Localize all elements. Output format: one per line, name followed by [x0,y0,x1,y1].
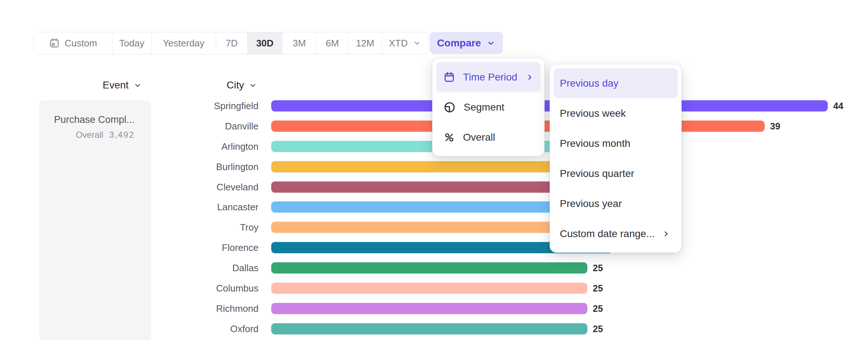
time-period-previous-week[interactable]: Previous week [554,98,678,128]
bar[interactable] [271,323,587,334]
range-6m[interactable]: 6M [316,32,348,54]
category-label: Florence [222,242,259,253]
time-period-previous-month[interactable]: Previous month [554,128,678,158]
range-label: 6M [326,38,339,49]
chevron-down-icon [249,81,257,90]
chart-row: Columbus 25 [0,278,868,298]
category-label: Oxford [230,323,259,334]
time-period-previous-year[interactable]: Previous year [554,189,678,219]
category-label: Troy [240,222,259,233]
range-xtd[interactable]: XTD [382,32,428,54]
event-column-header[interactable]: Event [103,79,142,91]
range-30d[interactable]: 30D [247,32,282,54]
chevron-down-icon [133,81,142,90]
range-label: Today [119,38,144,49]
chart-row: Troy [0,217,868,237]
category-label: Dallas [232,262,259,274]
chevron-right-icon [525,73,534,82]
event-header-label: Event [103,79,129,91]
range-label: Custom [65,38,97,49]
category-label: Burlington [216,161,259,172]
range-label: 12M [356,38,375,49]
time-period-custom-date-range[interactable]: Custom date range... [554,219,678,249]
category-label: Lancaster [217,202,259,213]
bar-value-label: 25 [593,263,603,273]
compare-item-time-period[interactable]: Time Period [436,62,541,92]
chart-row: Richmond 25 [0,298,868,319]
compare-menu: Time Period Segment Overall [432,58,545,156]
menu-item-label: Previous quarter [560,168,634,179]
menu-item-label: Custom date range... [560,228,654,240]
range-yesterday[interactable]: Yesterday [151,32,216,54]
compare-button[interactable]: Compare [430,32,503,54]
category-label: Springfield [214,100,259,111]
chart-row: Dallas 25 [0,258,868,278]
compare-item-overall[interactable]: Overall [436,122,541,152]
calendar-icon [49,38,60,49]
compare-label: Compare [437,37,481,49]
time-period-submenu: Previous day Previous week Previous mont… [550,64,682,253]
range-label: Yesterday [163,38,204,49]
bar-value-label: 39 [770,121,780,131]
bar[interactable] [271,262,587,274]
range-label: XTD [389,38,408,49]
chart-row: Cleveland [0,177,868,197]
range-7d[interactable]: 7D [216,32,247,54]
category-label: Cleveland [216,181,259,193]
segment-icon [443,101,456,113]
range-label: 7D [226,38,237,49]
bar-value-label: 25 [593,303,603,314]
chart-row: Oxford 25 [0,319,868,339]
menu-item-label: Previous month [560,138,631,149]
insights-report-page: { "toolbar": { "buttons": [ {"name":"ran… [0,0,868,364]
bar-value-label: 44 [833,100,843,111]
bar-value-label: 25 [593,283,603,293]
city-column-header[interactable]: City [227,79,257,91]
city-header-label: City [227,79,244,91]
chevron-down-icon [413,39,421,47]
bar-value-label: 25 [593,323,603,334]
bar[interactable] [271,303,587,314]
category-label: Richmond [216,303,259,314]
menu-item-label: Previous year [560,198,622,210]
range-label: 3M [293,38,306,49]
category-label: Arlington [221,141,259,152]
menu-item-label: Segment [464,102,504,113]
time-period-previous-quarter[interactable]: Previous quarter [554,158,678,189]
chevron-down-icon [486,38,496,48]
compare-item-segment[interactable]: Segment [436,92,541,122]
chart-row: Florence [0,237,868,258]
menu-item-label: Previous week [560,108,626,119]
chevron-right-icon [662,229,670,238]
chart-row: Lancaster [0,197,868,217]
percent-icon [443,132,455,143]
category-label: Columbus [216,282,259,294]
range-today[interactable]: Today [112,32,151,54]
category-label: Danville [225,120,259,132]
chart-row: Burlington [0,157,868,177]
menu-item-label: Previous day [560,78,619,89]
range-12m[interactable]: 12M [348,32,382,54]
menu-item-label: Overall [463,132,495,143]
time-period-previous-day[interactable]: Previous day [554,68,678,98]
calendar-icon [443,71,455,83]
date-range-group: Custom Today Yesterday 7D 30D 3M [34,32,428,54]
menu-item-label: Time Period [463,71,517,83]
bar[interactable] [271,282,587,294]
range-3m[interactable]: 3M [282,32,316,54]
range-custom[interactable]: Custom [34,32,112,54]
range-label: 30D [256,38,274,49]
